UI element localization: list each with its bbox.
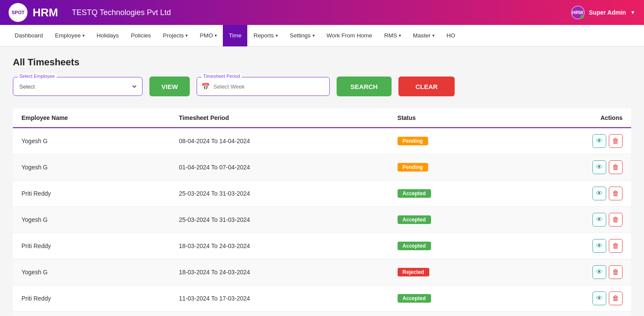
cell-status: Pending	[389, 128, 514, 154]
nav-projects[interactable]: Projects ▾	[157, 25, 194, 46]
col-status: Status	[389, 108, 514, 128]
header-right: HRW Super Admin ▼	[571, 6, 636, 19]
period-input[interactable]	[213, 79, 325, 94]
status-badge: Pending	[398, 163, 428, 172]
cell-period: 18-03-2024 To 24-03-2024	[170, 233, 389, 259]
cell-actions: 👁 🗑	[514, 207, 631, 233]
cell-period: 11-03-2024 To 17-03-2024	[170, 285, 389, 312]
filter-bar: Select Employee Select VIEW Timesheet Pe…	[13, 77, 631, 96]
view-record-button[interactable]: 👁	[592, 291, 606, 305]
cell-actions: 👁 🗑	[514, 128, 631, 154]
cell-status: Accepted	[389, 207, 514, 233]
view-record-button[interactable]: 👁	[592, 160, 606, 174]
cell-employee: Yogesh G	[13, 207, 170, 233]
cell-status: Pending	[389, 154, 514, 181]
header-left: SPOT HRM TESTQ Technologies Pvt Ltd	[9, 3, 171, 22]
logo-spot: SPOT	[9, 3, 27, 22]
status-badge: Pending	[398, 137, 428, 145]
delete-record-button[interactable]: 🗑	[609, 291, 623, 305]
delete-record-button[interactable]: 🗑	[609, 239, 623, 253]
rms-dropdown-arrow: ▾	[399, 33, 401, 38]
delete-record-button[interactable]: 🗑	[609, 160, 623, 174]
cell-period: 25-03-2024 To 31-03-2024	[170, 207, 389, 233]
company-name: TESTQ Technologies Pvt Ltd	[72, 8, 171, 17]
view-record-button[interactable]: 👁	[592, 134, 606, 148]
view-record-button[interactable]: 👁	[592, 213, 606, 227]
delete-record-button[interactable]: 🗑	[609, 134, 623, 148]
employee-label: Select Employee	[18, 74, 57, 79]
view-button[interactable]: VIEW	[149, 77, 190, 96]
view-record-button[interactable]: 👁	[592, 187, 606, 200]
employee-dropdown-arrow: ▾	[82, 33, 85, 38]
cell-actions: 👁 🗑	[514, 181, 631, 207]
settings-dropdown-arrow: ▾	[313, 33, 315, 38]
status-badge: Accepted	[398, 242, 431, 250]
table-row: Priti Reddy 18-03-2024 To 24-03-2024 Acc…	[13, 233, 631, 259]
status-badge: Rejected	[398, 268, 429, 276]
reports-dropdown-arrow: ▾	[276, 33, 278, 38]
cell-employee: Priti Reddy	[13, 233, 170, 259]
col-employee: Employee Name	[13, 108, 170, 128]
delete-record-button[interactable]: 🗑	[609, 187, 623, 200]
nav-wfh[interactable]: Work From Home	[321, 25, 378, 46]
delete-record-button[interactable]: 🗑	[609, 213, 623, 227]
employee-select-group: Select Employee Select	[13, 77, 143, 96]
timesheets-table: Employee Name Timesheet Period Status Ac…	[13, 108, 631, 316]
cell-status: Accepted	[389, 285, 514, 312]
nav-employee[interactable]: Employee ▾	[49, 25, 91, 46]
online-indicator	[580, 15, 584, 18]
cell-actions: 👁 🗑	[514, 233, 631, 259]
table-row: Yogesh G 08-04-2024 To 14-04-2024 Pendin…	[13, 128, 631, 154]
table-row: Yogesh G 25-03-2024 To 31-03-2024 Accept…	[13, 207, 631, 233]
calendar-icon: 📅	[201, 83, 210, 91]
status-badge: Accepted	[398, 189, 431, 198]
pmo-dropdown-arrow: ▾	[215, 33, 217, 38]
nav-time[interactable]: Time	[223, 25, 248, 46]
cell-status: Accepted	[389, 233, 514, 259]
logo-hrm: HRM	[33, 6, 58, 19]
cell-period: 18-03-2024 To 24-03-2024	[170, 259, 389, 285]
period-select-group: Timesheet Period 📅	[197, 77, 330, 96]
search-button[interactable]: SEARCH	[337, 77, 391, 96]
view-record-button[interactable]: 👁	[592, 239, 606, 253]
cell-actions: 👁 🗑	[514, 312, 631, 316]
nav-pmo[interactable]: PMO ▾	[194, 25, 223, 46]
page-title: All Timesheets	[13, 57, 631, 68]
cell-actions: 👁 🗑	[514, 154, 631, 181]
nav-dashboard[interactable]: Dashboard	[9, 25, 49, 46]
status-badge: Accepted	[398, 294, 431, 303]
clear-button[interactable]: CLEAR	[398, 77, 455, 96]
cell-employee: Yogesh G	[13, 259, 170, 285]
main-content: All Timesheets Select Employee Select VI…	[0, 46, 644, 316]
nav-policies[interactable]: Policies	[125, 25, 157, 46]
nav-ho[interactable]: HO	[440, 25, 461, 46]
nav-settings[interactable]: Settings ▾	[284, 25, 321, 46]
table-row: Priti Reddy 04-03-2024 To 10-03-2024 Acc…	[13, 312, 631, 316]
header: SPOT HRM TESTQ Technologies Pvt Ltd HRW …	[0, 0, 644, 25]
period-label: Timesheet Period	[201, 74, 242, 79]
cell-actions: 👁 🗑	[514, 259, 631, 285]
cell-period: 25-03-2024 To 31-03-2024	[170, 181, 389, 207]
cell-status: Accepted	[389, 312, 514, 316]
table-row: Yogesh G 18-03-2024 To 24-03-2024 Reject…	[13, 259, 631, 285]
table-row: Priti Reddy 11-03-2024 To 17-03-2024 Acc…	[13, 285, 631, 312]
cell-employee: Priti Reddy	[13, 181, 170, 207]
user-menu-chevron[interactable]: ▼	[630, 9, 635, 15]
employee-select[interactable]: Select	[18, 79, 138, 94]
delete-record-button[interactable]: 🗑	[609, 265, 623, 279]
nav-reports[interactable]: Reports ▾	[247, 25, 283, 46]
projects-dropdown-arrow: ▾	[185, 33, 188, 38]
table-row: Priti Reddy 25-03-2024 To 31-03-2024 Acc…	[13, 181, 631, 207]
nav-master[interactable]: Master ▾	[407, 25, 440, 46]
nav-holidays[interactable]: Holidays	[91, 25, 125, 46]
view-record-button[interactable]: 👁	[592, 265, 606, 279]
cell-status: Rejected	[389, 259, 514, 285]
cell-actions: 👁 🗑	[514, 285, 631, 312]
timesheets-table-container: Employee Name Timesheet Period Status Ac…	[13, 108, 631, 316]
cell-status: Accepted	[389, 181, 514, 207]
cell-period: 04-03-2024 To 10-03-2024	[170, 312, 389, 316]
master-dropdown-arrow: ▾	[432, 33, 434, 38]
nav-rms[interactable]: RMS ▾	[378, 25, 407, 46]
cell-employee: Yogesh G	[13, 128, 170, 154]
cell-employee: Yogesh G	[13, 154, 170, 181]
